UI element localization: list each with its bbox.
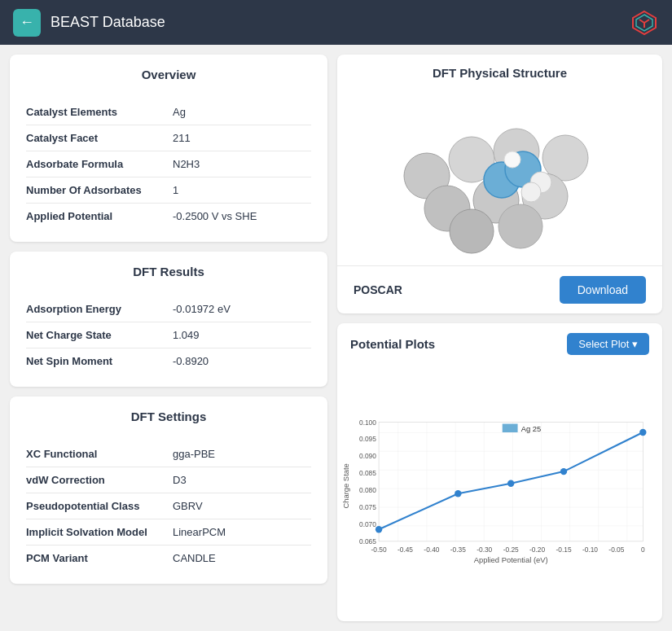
svg-text:0.095: 0.095 [359,435,376,443]
svg-text:0.065: 0.065 [359,537,376,546]
dft-results-rows: Adsorption Energy-0.01972 eVNet Charge S… [26,296,311,374]
overview-data-row: Catalyst Facet211 [26,125,311,151]
dft-settings-data-row: Pseudopotential ClassGBRV [26,493,311,519]
potential-plots-card: Potential Plots Select Plot ▾ Charge Sta… [337,323,662,621]
row-label: Implicit Solvation Model [26,526,173,538]
row-label: Adsorbate Formula [26,158,173,170]
row-value: Ag [173,106,186,118]
plot-area: Charge State Applied Potential (eV) 0.06… [337,358,662,621]
row-value: D3 [173,474,187,486]
dft-settings-data-row: vdW CorrectionD3 [26,467,311,493]
dft-results-data-row: Net Charge State1.049 [26,322,311,348]
poscar-label: POSCAR [354,283,402,296]
row-label: PCM Variant [26,552,173,564]
row-label: Net Charge State [26,329,173,341]
row-value: 1 [173,184,178,196]
row-label: Applied Potential [26,210,173,222]
back-icon: ← [20,14,34,31]
chart-svg: Charge State Applied Potential (eV) 0.06… [340,362,656,615]
svg-line-2 [639,20,644,23]
data-point [560,468,567,475]
row-value: CANDLE [173,552,216,564]
download-button[interactable]: Download [560,276,646,304]
plot-title: Potential Plots [350,337,435,351]
svg-text:0.080: 0.080 [359,486,376,494]
main-content: Overview Catalyst ElementsAgCatalyst Fac… [0,45,672,631]
left-column: Overview Catalyst ElementsAgCatalyst Fac… [10,55,327,621]
dft-results-data-row: Adsorption Energy-0.01972 eV [26,296,311,322]
data-point [507,480,514,487]
data-point [455,490,461,497]
overview-data-row: Applied Potential-0.2500 V vs SHE [26,204,311,229]
dft-results-data-row: Net Spin Moment-0.8920 [26,348,311,374]
svg-text:-0.15: -0.15 [556,546,572,554]
poscar-row: POSCAR Download [337,265,662,313]
header: ← BEAST Database [0,0,672,45]
molecule-svg [378,94,622,257]
row-label: Catalyst Facet [26,132,173,144]
row-value: -0.2500 V vs SHE [173,210,257,222]
svg-line-3 [644,20,649,23]
row-value: gga-PBE [173,448,215,460]
structure-card: DFT Physical Structure [337,55,662,313]
row-label: Number Of Adsorbates [26,184,173,196]
row-label: Net Spin Moment [26,355,173,367]
row-value: 211 [173,132,191,144]
plot-header: Potential Plots Select Plot ▾ [337,323,662,358]
svg-text:0.070: 0.070 [359,520,376,528]
legend-color [503,424,518,432]
dft-settings-data-row: PCM VariantCANDLE [26,546,311,571]
row-label: Adsorption Energy [26,303,173,315]
row-label: Pseudopotential Class [26,500,173,512]
svg-point-12 [450,209,494,253]
svg-text:0.100: 0.100 [359,418,376,427]
overview-rows: Catalyst ElementsAgCatalyst Facet211Adso… [26,99,311,229]
row-label: vdW Correction [26,474,173,486]
app-title: BEAST Database [51,14,165,31]
dft-settings-data-row: Implicit Solvation ModelLinearPCM [26,519,311,546]
data-point [376,526,382,532]
overview-data-row: Number Of Adsorbates1 [26,177,311,204]
svg-text:0.085: 0.085 [359,469,376,477]
dft-settings-card: DFT Settings XC Functionalgga-PBEvdW Cor… [10,397,327,584]
right-column: DFT Physical Structure [337,55,662,621]
y-axis-label: Charge State [341,463,350,508]
data-point [639,429,646,436]
dft-settings-data-row: XC Functionalgga-PBE [26,441,311,467]
svg-text:-0.10: -0.10 [582,546,598,554]
dft-settings-title: DFT Settings [26,410,311,430]
svg-text:-0.20: -0.20 [529,546,545,554]
dft-settings-rows: XC Functionalgga-PBEvdW CorrectionD3Pseu… [26,441,311,571]
svg-text:-0.40: -0.40 [424,546,439,554]
overview-data-row: Catalyst ElementsAg [26,99,311,125]
dft-results-card: DFT Results Adsorption Energy-0.01972 eV… [10,252,327,387]
row-value: N2H3 [173,158,200,170]
logo-icon [630,8,659,37]
svg-point-13 [499,204,542,248]
svg-text:-0.45: -0.45 [397,546,413,554]
svg-text:-0.25: -0.25 [503,546,519,554]
x-axis-label: Applied Potential (eV) [474,555,548,564]
svg-text:-0.05: -0.05 [608,546,624,554]
svg-text:-0.50: -0.50 [371,546,387,554]
svg-text:-0.30: -0.30 [477,546,492,554]
row-value: -0.01972 eV [173,303,231,315]
legend-label: Ag 25 [521,424,542,433]
back-button[interactable]: ← [13,9,41,37]
structure-image-area [337,86,662,265]
header-left: ← BEAST Database [13,9,165,37]
svg-point-18 [504,151,520,168]
row-label: Catalyst Elements [26,106,173,118]
row-value: 1.049 [173,329,200,341]
svg-text:-0.35: -0.35 [450,546,466,554]
overview-data-row: Adsorbate FormulaN2H3 [26,151,311,177]
row-value: LinearPCM [173,526,226,538]
select-plot-button[interactable]: Select Plot ▾ [567,333,649,355]
row-label: XC Functional [26,448,173,460]
overview-title: Overview [26,68,311,88]
svg-text:0: 0 [641,546,645,554]
svg-point-17 [521,182,541,202]
structure-title: DFT Physical Structure [337,55,662,86]
overview-card: Overview Catalyst ElementsAgCatalyst Fac… [10,55,327,242]
row-value: -0.8920 [173,355,209,367]
